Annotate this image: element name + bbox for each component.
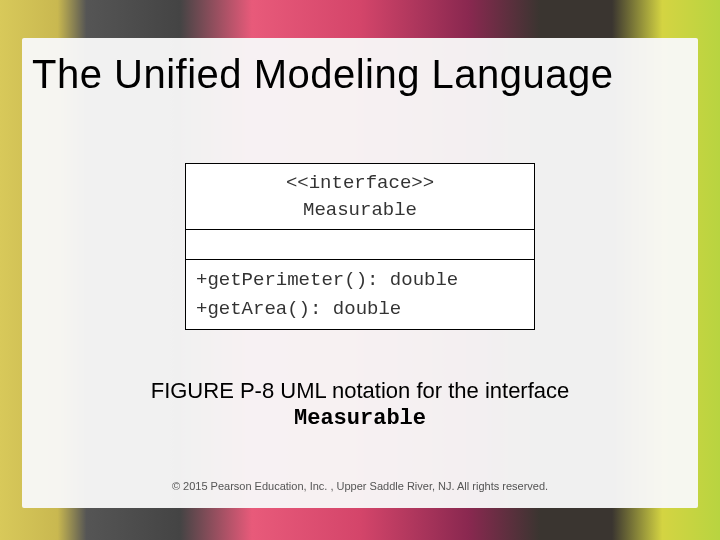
uml-methods: +getPerimeter(): double +getArea(): doub… bbox=[186, 260, 534, 329]
slide-panel: The Unified Modeling Language <<interfac… bbox=[22, 38, 698, 508]
uml-attributes-empty bbox=[186, 230, 534, 260]
caption-interface-name: Measurable bbox=[294, 406, 426, 431]
caption-text: FIGURE P-8 UML notation for the interfac… bbox=[151, 378, 570, 403]
uml-class-name: Measurable bbox=[196, 197, 524, 224]
copyright-footer: © 2015 Pearson Education, Inc. , Upper S… bbox=[22, 480, 698, 492]
uml-method: +getPerimeter(): double bbox=[196, 266, 524, 295]
uml-header: <<interface>> Measurable bbox=[186, 164, 534, 230]
uml-class-box: <<interface>> Measurable +getPerimeter()… bbox=[185, 163, 535, 330]
figure-caption: FIGURE P-8 UML notation for the interfac… bbox=[22, 378, 698, 431]
uml-stereotype: <<interface>> bbox=[196, 170, 524, 197]
uml-method: +getArea(): double bbox=[196, 295, 524, 324]
slide-title: The Unified Modeling Language bbox=[22, 38, 698, 97]
